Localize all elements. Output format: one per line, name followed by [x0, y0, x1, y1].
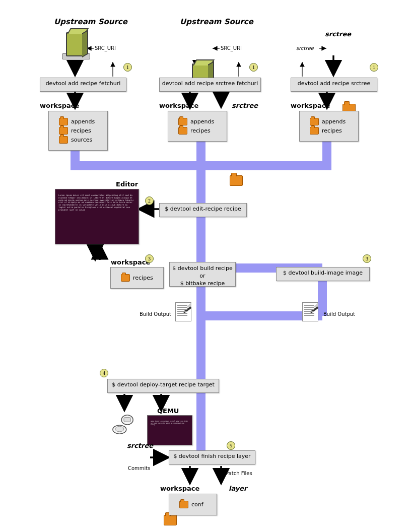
- workspace-title-3: workspace: [291, 102, 330, 109]
- workspace-box-2: appends recipes: [168, 111, 227, 142]
- workspace-title-finish: workspace: [160, 485, 199, 492]
- upstream-source-title-2: Upstream Source: [171, 17, 262, 26]
- folder-row: recipes: [307, 127, 351, 135]
- devtool-add-box-1: devtool add recipe fetchuri: [40, 78, 126, 92]
- folder-row: appends: [56, 118, 100, 125]
- build-image-box: $ devtool build-image image: [276, 267, 370, 281]
- cmd: devtool add recipe srctree fetchuri: [162, 80, 258, 87]
- srctree-title-finish: srctree: [127, 442, 153, 449]
- step-badge-1a: 1: [123, 63, 132, 72]
- workspace-box-editor: recipes: [110, 267, 164, 289]
- folder-row: appends: [307, 118, 351, 125]
- svg-rect-3: [124, 418, 130, 422]
- edit-recipe-box: $ devtool edit-recipe recipe: [159, 203, 247, 217]
- workspace-title-2: workspace: [159, 102, 198, 109]
- editor-title: Editor: [116, 180, 138, 188]
- build-output-label-1: Build Output: [140, 311, 171, 317]
- layer-title: layer: [229, 485, 247, 492]
- folder-icon: [178, 118, 187, 125]
- document-icon-1: [175, 302, 191, 321]
- cmd: $ devtool finish recipe layer: [173, 453, 250, 459]
- step-badge-3a: 3: [145, 254, 154, 263]
- devtool-add-box-3: devtool add recipe srctree: [291, 78, 377, 92]
- workspace-box-3: appends recipes: [299, 111, 359, 142]
- upstream-source-title-1: Upstream Source: [45, 17, 136, 26]
- cmd: $ devtool build recipe or $ bitbake reci…: [172, 265, 233, 287]
- cmd: devtool add recipe srctree: [298, 80, 370, 87]
- step-badge-3b: 3: [363, 254, 371, 263]
- commits-label: Commits: [128, 466, 151, 471]
- folder-row: conf: [176, 501, 210, 508]
- srctree-title-2: srctree: [232, 102, 258, 109]
- folder-icon: [178, 127, 187, 135]
- step-badge-1b: 1: [249, 63, 258, 72]
- src-uri-label-2: SRC_URI: [221, 45, 242, 51]
- srctree-folder-icon-2: [230, 175, 243, 186]
- folder-row: sources: [56, 136, 100, 144]
- svg-point-1: [115, 426, 124, 432]
- folder-icon: [59, 118, 68, 125]
- qemu-terminal: qemu boot log output kernel starting ini…: [147, 415, 192, 445]
- folder-icon: [310, 127, 319, 135]
- cmd: $ devtool edit-recipe recipe: [165, 206, 241, 212]
- devtool-add-box-2: devtool add recipe srctree fetchuri: [159, 78, 261, 92]
- folder-icon: [179, 501, 188, 508]
- step-badge-4: 4: [100, 369, 108, 377]
- workspace-box-finish: conf: [169, 494, 217, 515]
- cmd: devtool add recipe fetchuri: [46, 80, 121, 87]
- build-output-label-2: Build Output: [323, 311, 355, 317]
- step-badge-5: 5: [227, 441, 235, 450]
- workspace-box-1: appends recipes sources: [48, 111, 108, 151]
- srctree-folder-icon-finish: [164, 515, 177, 525]
- patch-files-label: Patch Files: [226, 471, 252, 476]
- srctree-small-label: srctree: [296, 45, 314, 51]
- editor-terminal: Lorem ipsum dolor sit amet consectetur a…: [55, 189, 139, 244]
- server-icon-1: [59, 29, 90, 60]
- deploy-box: $ devtool deploy-target recipe target: [107, 379, 219, 393]
- folder-row: recipes: [175, 127, 220, 135]
- step-badge-2: 2: [145, 196, 154, 205]
- document-icon-2: [302, 302, 318, 321]
- folder-row: appends: [175, 118, 220, 125]
- workspace-title-editor: workspace: [111, 258, 150, 266]
- folder-icon: [310, 118, 319, 125]
- folder-icon: [59, 127, 68, 135]
- workspace-title-1: workspace: [40, 102, 79, 109]
- build-box: $ devtool build recipe or $ bitbake reci…: [169, 262, 236, 287]
- folder-icon: [121, 274, 130, 282]
- folder-row: recipes: [56, 127, 100, 135]
- folder-icon: [59, 136, 68, 144]
- srctree-title-3: srctree: [325, 30, 351, 38]
- src-uri-label-1: SRC_URI: [95, 45, 116, 51]
- finish-box: $ devtool finish recipe layer: [169, 450, 255, 464]
- step-badge-1c: 1: [370, 63, 378, 72]
- cmd: $ devtool deploy-target recipe target: [112, 381, 215, 388]
- folder-row: recipes: [118, 274, 156, 282]
- cmd: $ devtool build-image image: [283, 270, 363, 276]
- qemu-title: QEMU: [157, 407, 179, 415]
- phone-icon: [112, 413, 135, 436]
